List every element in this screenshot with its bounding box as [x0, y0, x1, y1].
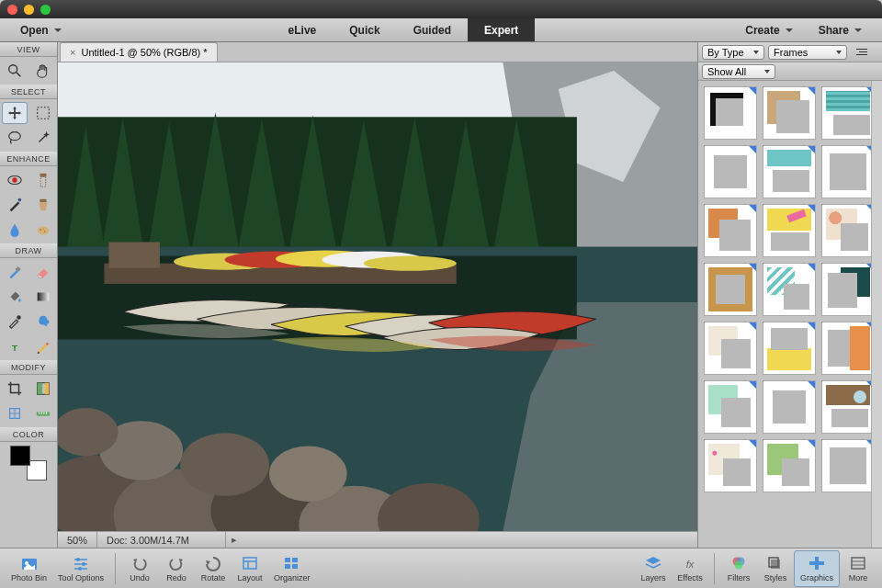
- canvas-viewport[interactable]: [58, 62, 697, 531]
- photo-bin-button[interactable]: Photo Bin: [6, 550, 52, 587]
- layers-label: Layers: [640, 573, 665, 582]
- status-bar: 50% Doc: 3.00M/14.7M ▸: [58, 531, 697, 548]
- svg-rect-48: [108, 242, 159, 267]
- layers-icon: [644, 555, 662, 571]
- svg-point-6: [12, 177, 17, 182]
- create-menu[interactable]: Create: [732, 24, 805, 37]
- open-menu[interactable]: Open: [7, 24, 74, 37]
- category-dropdown[interactable]: Frames: [768, 45, 847, 60]
- undo-button[interactable]: Undo: [121, 550, 158, 587]
- frame-thumb[interactable]: [821, 204, 871, 257]
- close-tab-icon[interactable]: ×: [70, 47, 75, 58]
- svg-rect-75: [292, 558, 298, 562]
- frame-thumb[interactable]: [763, 439, 816, 492]
- foreground-color-swatch[interactable]: [10, 446, 30, 466]
- move-tool[interactable]: [2, 102, 28, 124]
- sort-dropdown[interactable]: By Type: [702, 45, 764, 60]
- frame-thumb[interactable]: [704, 322, 757, 375]
- svg-rect-76: [285, 564, 290, 569]
- frame-thumb[interactable]: [821, 263, 871, 316]
- lasso-tool[interactable]: [2, 127, 28, 149]
- pencil-tool[interactable]: [30, 335, 56, 357]
- filter-dropdown[interactable]: Show All: [702, 64, 775, 79]
- frame-thumb[interactable]: [704, 86, 757, 140]
- frame-thumb[interactable]: [821, 86, 871, 140]
- tab-quick[interactable]: Quick: [333, 18, 396, 41]
- paint-bucket-tool[interactable]: [2, 286, 28, 308]
- canvas-image: [58, 62, 697, 531]
- zoom-tool[interactable]: [2, 60, 28, 82]
- frame-thumb[interactable]: [763, 145, 816, 198]
- maximize-icon[interactable]: [40, 5, 51, 15]
- clone-stamp-tool[interactable]: [30, 194, 56, 216]
- eyedropper-tool[interactable]: [2, 311, 28, 333]
- svg-rect-10: [40, 199, 46, 203]
- content-aware-tool[interactable]: [2, 402, 28, 424]
- minimize-icon[interactable]: [24, 5, 34, 15]
- organizer-icon: [283, 555, 301, 571]
- straighten-tool[interactable]: [30, 402, 56, 424]
- graphics-button[interactable]: Graphics: [794, 550, 840, 587]
- gradient-tool[interactable]: [30, 286, 56, 308]
- shape-tool[interactable]: [30, 311, 56, 333]
- tab-guided[interactable]: Guided: [397, 18, 468, 41]
- type-tool[interactable]: T: [2, 335, 28, 357]
- svg-point-70: [78, 567, 82, 571]
- svg-rect-86: [852, 558, 865, 569]
- filters-button[interactable]: Filters: [720, 550, 757, 587]
- tool-options-button[interactable]: Tool Options: [52, 550, 109, 587]
- frame-thumb[interactable]: [704, 380, 757, 434]
- styles-button[interactable]: Styles: [757, 550, 794, 587]
- svg-point-14: [42, 228, 43, 229]
- frame-thumb[interactable]: [821, 145, 871, 198]
- more-button[interactable]: More: [840, 550, 876, 587]
- layers-button[interactable]: Layers: [635, 550, 672, 587]
- frame-thumb[interactable]: [704, 204, 757, 257]
- tab-expert[interactable]: Expert: [468, 18, 535, 41]
- frame-thumb[interactable]: [821, 439, 871, 492]
- svg-text:fx: fx: [686, 559, 695, 570]
- magic-wand-tool[interactable]: [30, 127, 56, 149]
- frame-thumb[interactable]: [704, 263, 757, 316]
- panel-menu-icon[interactable]: [851, 45, 867, 60]
- svg-point-3: [8, 132, 20, 141]
- frame-thumb[interactable]: [763, 380, 816, 434]
- rotate-button[interactable]: Rotate: [195, 550, 232, 587]
- status-menu-icon[interactable]: ▸: [226, 534, 243, 546]
- smart-brush-tool[interactable]: [2, 194, 28, 216]
- eraser-tool[interactable]: [30, 261, 56, 283]
- share-menu[interactable]: Share: [806, 24, 875, 37]
- frame-thumb[interactable]: [704, 145, 757, 198]
- frame-thumb[interactable]: [763, 322, 816, 375]
- color-swatches[interactable]: [10, 446, 47, 481]
- brush-tool[interactable]: [2, 261, 28, 283]
- effects-icon: fx: [681, 555, 699, 571]
- sponge-tool[interactable]: [30, 219, 56, 241]
- tool-section-view: VIEW: [0, 42, 57, 57]
- svg-point-60: [180, 433, 269, 496]
- frame-thumb[interactable]: [704, 439, 757, 492]
- effects-button[interactable]: fx Effects: [672, 550, 708, 587]
- tool-section-draw: DRAW: [0, 243, 57, 258]
- crop-tool[interactable]: [2, 378, 28, 400]
- scrollbar[interactable]: [871, 81, 882, 548]
- spot-heal-tool[interactable]: [30, 169, 56, 191]
- zoom-readout[interactable]: 50%: [58, 532, 97, 548]
- organizer-button[interactable]: Organizer: [268, 550, 316, 587]
- svg-point-66: [76, 558, 80, 561]
- marquee-tool[interactable]: [30, 102, 56, 124]
- frame-thumb[interactable]: [763, 86, 816, 140]
- close-icon[interactable]: [7, 5, 17, 15]
- tab-elive[interactable]: eLive: [272, 18, 334, 41]
- blur-tool[interactable]: [2, 219, 28, 241]
- redo-button[interactable]: Redo: [158, 550, 195, 587]
- layout-button[interactable]: Layout: [232, 550, 268, 587]
- frame-thumb[interactable]: [821, 322, 871, 375]
- hand-tool[interactable]: [30, 60, 56, 82]
- frame-thumb[interactable]: [763, 204, 816, 257]
- document-tab[interactable]: × Untitled-1 @ 50% (RGB/8) *: [60, 42, 218, 62]
- frame-thumb[interactable]: [821, 380, 871, 434]
- frame-thumb[interactable]: [763, 263, 816, 316]
- recompose-tool[interactable]: [30, 378, 56, 400]
- red-eye-tool[interactable]: [2, 169, 28, 191]
